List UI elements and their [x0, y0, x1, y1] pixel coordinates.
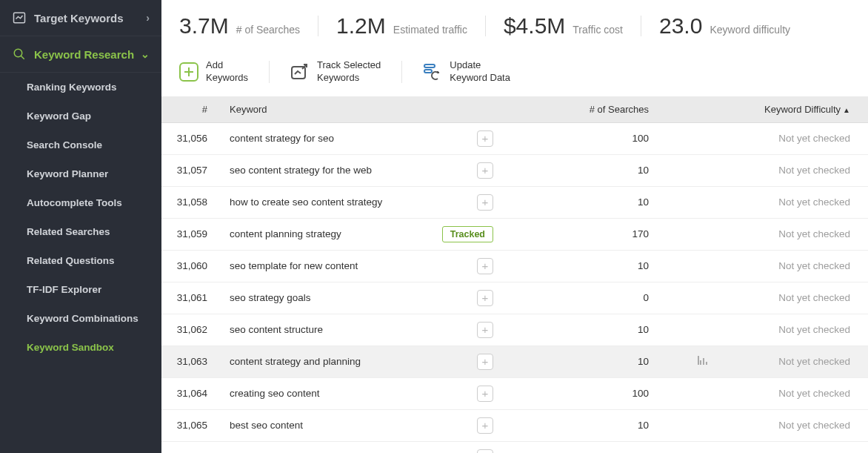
cell-searches: 10	[502, 314, 665, 345]
metrics-bar: 3.7M # of Searches 1.2M Estimated traffi…	[161, 0, 868, 52]
cell-num: 31,062	[161, 314, 221, 345]
cell-keyword: content strategy and planning+	[221, 345, 502, 377]
keyword-text: creating seo content	[230, 388, 320, 399]
col-header-searches[interactable]: # of Searches	[502, 96, 665, 123]
cell-searches: 10	[502, 186, 665, 218]
sidebar-item-autocomplete-tools[interactable]: Autocomplete Tools	[0, 188, 161, 217]
add-keyword-icon-button[interactable]: +	[477, 194, 493, 211]
table-row[interactable]: 31,064creating seo content+100Not yet ch…	[161, 377, 868, 409]
svg-rect-8	[424, 70, 432, 73]
cell-num: 31,060	[161, 250, 221, 282]
divider	[318, 16, 318, 36]
cell-searches: 10	[502, 250, 665, 282]
action-label: UpdateKeyword Data	[450, 59, 510, 85]
table-row[interactable]: 31,065best seo content+10Not yet checked	[161, 409, 868, 441]
sidebar-item-search-console[interactable]: Search Console	[0, 130, 161, 159]
action-label: AddKeywords	[206, 59, 248, 85]
chevron-down-icon: ⌄	[141, 48, 150, 60]
table-body: 31,056content strategy for seo+100Not ye…	[161, 122, 868, 453]
cell-keyword: content planning strategyTracked	[221, 218, 502, 250]
sidebar-item-keyword-planner[interactable]: Keyword Planner	[0, 159, 161, 188]
keyword-text: seo content strategy for the web	[230, 165, 372, 176]
main-panel: 3.7M # of Searches 1.2M Estimated traffi…	[161, 0, 868, 453]
actions-bar: AddKeywords Track SelectedKeywords Updat…	[161, 52, 868, 96]
sidebar-sub-items: Ranking Keywords Keyword Gap Search Cons…	[0, 73, 161, 366]
cell-searches: 100	[502, 377, 665, 409]
divider	[641, 16, 641, 36]
refresh-data-icon	[423, 62, 442, 82]
cell-searches: 100	[502, 122, 665, 154]
table-row[interactable]: 31,056content strategy for seo+100Not ye…	[161, 122, 868, 154]
add-keyword-icon-button[interactable]: +	[477, 290, 493, 306]
svg-line-2	[21, 56, 24, 59]
add-keyword-icon-button[interactable]: +	[477, 354, 493, 370]
add-keyword-icon-button[interactable]: +	[477, 386, 493, 402]
sidebar-item-tfidf-explorer[interactable]: TF-IDF Explorer	[0, 275, 161, 304]
metric-label: # of Searches	[236, 24, 300, 36]
sort-asc-icon: ▲	[843, 106, 850, 114]
cell-difficulty: Not yet checked	[665, 409, 868, 441]
add-keyword-icon-button[interactable]: +	[477, 417, 493, 434]
sidebar-item-related-questions[interactable]: Related Questions	[0, 246, 161, 275]
metric-label: Traffic cost	[572, 24, 623, 36]
keyword-text: best seo content	[230, 420, 303, 431]
track-selected-button[interactable]: Track SelectedKeywords	[290, 59, 381, 85]
add-keyword-icon-button[interactable]: +	[477, 449, 493, 453]
sidebar: Target Keywords › Keyword Research ⌄ Ran…	[0, 0, 161, 453]
table-row[interactable]: 31,061seo strategy goals+0Not yet checke…	[161, 282, 868, 314]
metric-traffic: 1.2M Estimated traffic	[336, 13, 467, 39]
table-row[interactable]: 31,063content strategy and planning+10No…	[161, 345, 868, 377]
sidebar-item-related-searches[interactable]: Related Searches	[0, 217, 161, 246]
app-root: Target Keywords › Keyword Research ⌄ Ran…	[0, 0, 868, 453]
sidebar-section-keyword-research[interactable]: Keyword Research ⌄	[0, 36, 161, 73]
cell-difficulty: Not yet checked	[665, 345, 868, 377]
table-row[interactable]: 31,058how to create seo content strategy…	[161, 186, 868, 218]
cell-keyword: seo content structure+	[221, 314, 502, 345]
sidebar-item-keyword-gap[interactable]: Keyword Gap	[0, 102, 161, 130]
cell-difficulty: Not yet checked	[665, 377, 868, 409]
metric-traffic-cost: $4.5M Traffic cost	[504, 13, 623, 39]
add-keyword-icon-button[interactable]: +	[477, 162, 493, 179]
plus-box-icon	[179, 62, 198, 82]
table-row[interactable]: 31,066seo content optimization excel+0No…	[161, 441, 868, 453]
cell-searches: 0	[502, 441, 665, 453]
table-row[interactable]: 31,059content planning strategyTracked17…	[161, 218, 868, 250]
cell-keyword: seo content strategy for the web+	[221, 154, 502, 186]
cell-num: 31,063	[161, 345, 221, 377]
sidebar-item-ranking-keywords[interactable]: Ranking Keywords	[0, 73, 161, 102]
table-row[interactable]: 31,057seo content strategy for the web+1…	[161, 154, 868, 186]
bar-chart-icon[interactable]	[690, 354, 712, 368]
metric-difficulty: 23.0 Keyword difficulty	[659, 13, 790, 39]
col-header-num[interactable]: #	[161, 96, 221, 123]
sidebar-section-label: Target Keywords	[34, 12, 124, 24]
divider	[485, 16, 486, 36]
table-row[interactable]: 31,060seo template for new content+10Not…	[161, 250, 868, 282]
add-keywords-button[interactable]: AddKeywords	[179, 59, 248, 85]
svg-point-1	[14, 49, 22, 57]
table-header-row: # Keyword # of Searches Keyword Difficul…	[161, 96, 868, 123]
col-header-difficulty[interactable]: Keyword Difficulty▲	[665, 96, 868, 123]
cell-searches: 10	[502, 409, 665, 441]
keyword-text: how to create seo content strategy	[230, 196, 382, 208]
sidebar-section-target-keywords[interactable]: Target Keywords ›	[0, 0, 161, 36]
cell-difficulty: Not yet checked	[665, 441, 868, 453]
keyword-text: seo content structure	[230, 324, 323, 335]
col-header-keyword[interactable]: Keyword	[221, 96, 502, 123]
sidebar-item-keyword-sandbox[interactable]: Keyword Sandbox	[0, 333, 161, 362]
add-keyword-icon-button[interactable]: +	[477, 130, 493, 147]
keyword-text: seo template for new content	[230, 260, 358, 271]
cell-num: 31,066	[161, 441, 221, 453]
metric-value: 23.0	[659, 13, 702, 39]
table-row[interactable]: 31,062seo content structure+10Not yet ch…	[161, 314, 868, 345]
update-keyword-data-button[interactable]: UpdateKeyword Data	[423, 59, 510, 85]
divider	[401, 61, 402, 83]
cell-searches: 0	[502, 282, 665, 314]
add-keyword-icon-button[interactable]: +	[477, 258, 493, 274]
keyword-text: seo strategy goals	[230, 292, 311, 303]
sidebar-item-keyword-combinations[interactable]: Keyword Combinations	[0, 304, 161, 333]
cell-searches: 10	[502, 154, 665, 186]
add-keyword-icon-button[interactable]: +	[477, 322, 493, 338]
cell-keyword: content strategy for seo+	[221, 122, 502, 154]
cell-num: 31,064	[161, 377, 221, 409]
action-label: Track SelectedKeywords	[317, 59, 381, 85]
